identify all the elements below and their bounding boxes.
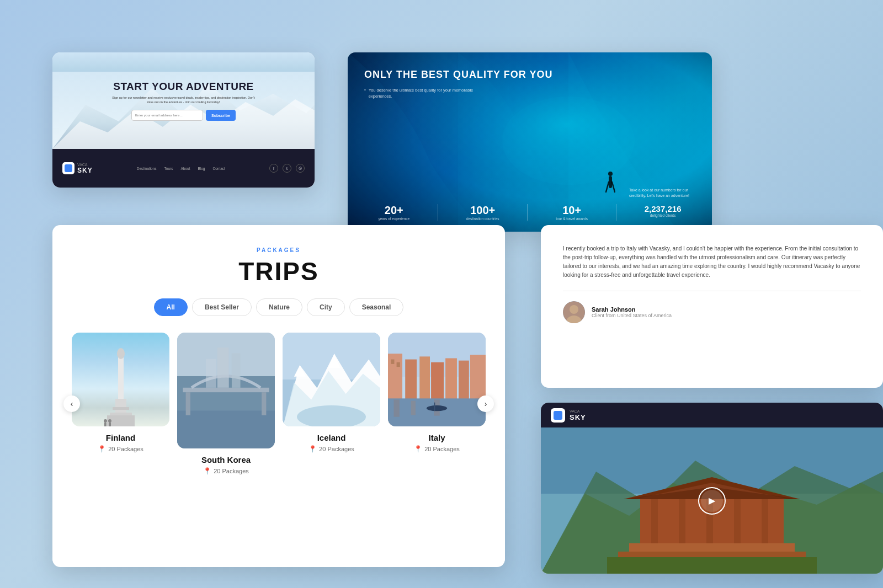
stat-clients-number: 2,237,216 <box>645 204 682 213</box>
twitter-icon[interactable]: t <box>283 164 291 173</box>
trips-card: PACKAGES TRIPS All Best Seller Nature Ci… <box>52 225 505 567</box>
nav-destinations[interactable]: Destinations <box>137 167 157 170</box>
korea-packages: 📍 20 Packages <box>203 467 249 475</box>
nav-blog[interactable]: Blog <box>198 167 205 170</box>
iceland-image <box>283 333 380 426</box>
packages-label: PACKAGES <box>72 247 486 253</box>
trip-iceland: Iceland 📍 20 Packages <box>283 333 380 453</box>
logo-icon-inner <box>65 164 72 172</box>
stat-clients: 2,237,216 delighted clients <box>645 204 682 221</box>
filter-seasonal[interactable]: Seasonal <box>349 298 404 316</box>
svg-rect-10 <box>113 407 129 410</box>
author-avatar <box>563 301 585 323</box>
iceland-packages: 📍 20 Packages <box>308 445 354 453</box>
video-logo-bar: VACA SKY <box>541 403 883 427</box>
author-name: Sarah Johnson <box>592 306 672 313</box>
stat-divider-1 <box>438 204 438 221</box>
svg-rect-42 <box>459 361 469 400</box>
vaca-label: VACA <box>77 163 93 167</box>
svg-point-13 <box>104 419 107 423</box>
quality-side-text: Take a look at our numbers for our credi… <box>629 188 695 199</box>
footer-nav: Destinations Tours About Blog Contact <box>137 167 225 170</box>
svg-rect-40 <box>431 362 444 400</box>
trip-korea: South Korea 📍 20 Packages <box>177 333 275 475</box>
svg-point-48 <box>427 405 447 411</box>
svg-rect-21 <box>186 392 190 415</box>
stat-divider-3 <box>616 204 616 221</box>
svg-rect-43 <box>470 355 486 399</box>
video-content: ▶ <box>541 427 883 574</box>
adventure-hero: START YOUR ADVENTURE Sign up for our new… <box>52 52 315 149</box>
trip-finland: Finland 📍 20 Packages <box>72 333 169 453</box>
adventure-footer: VACA SKY Destinations Tours About Blog C… <box>52 149 315 188</box>
trips-carousel: ‹ <box>72 333 486 475</box>
quality-card: ONLY THE BEST QUALITY FOR YOU • You dese… <box>348 52 712 232</box>
filter-bestseller[interactable]: Best Seller <box>192 298 252 316</box>
svg-rect-23 <box>217 348 229 388</box>
subscribe-button[interactable]: Subscribe <box>206 110 236 121</box>
stat-countries-label: destination countries <box>466 217 499 221</box>
svg-rect-41 <box>445 358 457 399</box>
filter-nature[interactable]: Nature <box>256 298 302 316</box>
testimonial-card: I recently booked a trip to Italy with V… <box>541 225 883 388</box>
korea-name: South Korea <box>201 455 251 464</box>
carousel-prev[interactable]: ‹ <box>63 395 80 412</box>
svg-point-15 <box>108 419 111 423</box>
trips-title: TRIPS <box>72 256 486 286</box>
svg-rect-38 <box>405 360 417 400</box>
svg-rect-39 <box>419 356 430 399</box>
svg-rect-25 <box>206 359 216 388</box>
trips-grid: Finland 📍 20 Packages <box>72 333 486 475</box>
filter-city[interactable]: City <box>307 298 345 316</box>
stat-clients-label: delighted clients <box>645 213 682 217</box>
location-icon-italy: 📍 <box>414 445 422 453</box>
svg-rect-16 <box>109 423 111 426</box>
svg-rect-45 <box>393 399 399 416</box>
nav-contact[interactable]: Contact <box>212 167 225 170</box>
vacasky-logo: VACA SKY <box>62 162 93 174</box>
play-icon: ▶ <box>701 490 723 512</box>
finland-packages: 📍 20 Packages <box>98 445 143 453</box>
instagram-icon[interactable]: ◎ <box>296 164 305 173</box>
testimonial-divider <box>563 291 861 291</box>
carousel-next[interactable]: › <box>477 395 494 412</box>
quality-hero: ONLY THE BEST QUALITY FOR YOU • You dese… <box>348 52 712 232</box>
svg-point-51 <box>570 305 578 314</box>
quality-title: ONLY THE BEST QUALITY FOR YOU <box>364 69 695 81</box>
testimonial-text: I recently booked a trip to Italy with V… <box>563 244 861 280</box>
stat-divider-2 <box>527 204 528 221</box>
svg-rect-35 <box>388 354 402 399</box>
stat-awards-label: tour & travel awards <box>556 217 588 221</box>
location-icon-iceland: 📍 <box>308 445 317 453</box>
video-vaca-label: VACA <box>570 409 586 413</box>
italy-image <box>388 333 486 426</box>
svg-rect-19 <box>177 410 275 448</box>
location-icon-korea: 📍 <box>203 467 211 475</box>
nav-tours[interactable]: Tours <box>164 167 173 170</box>
stat-experience-label: years of experience <box>378 217 409 221</box>
nav-about[interactable]: About <box>180 167 190 170</box>
svg-rect-46 <box>411 401 416 415</box>
quality-subtitle: You deserve the ultimate best quality fo… <box>369 87 479 100</box>
adventure-subtitle: Sign up for our newsletter and receive e… <box>109 96 258 104</box>
italy-packages: 📍 20 Packages <box>414 445 460 453</box>
stat-awards: 10+ tour & travel awards <box>556 204 588 221</box>
testimonial-author: Sarah Johnson Client from United States … <box>563 301 861 323</box>
svg-point-5 <box>608 172 613 176</box>
svg-rect-24 <box>232 353 241 387</box>
quality-content: ONLY THE BEST QUALITY FOR YOU • You dese… <box>364 69 695 104</box>
email-input[interactable] <box>131 110 203 121</box>
author-origin: Client from United States of America <box>592 313 672 318</box>
stat-countries: 100+ destination countries <box>466 204 499 221</box>
filter-all[interactable]: All <box>154 298 188 316</box>
adventure-card: START YOUR ADVENTURE Sign up for our new… <box>52 52 315 188</box>
italy-name: Italy <box>428 433 445 442</box>
quality-stats: 20+ years of experience 100+ destination… <box>348 204 712 221</box>
subscribe-row: Subscribe <box>131 110 236 121</box>
play-button[interactable]: ▶ <box>698 487 726 515</box>
svg-rect-14 <box>104 423 107 426</box>
svg-point-8 <box>117 348 125 359</box>
finland-name: Finland <box>106 433 135 442</box>
korea-image <box>177 333 275 448</box>
facebook-icon[interactable]: f <box>269 164 278 173</box>
